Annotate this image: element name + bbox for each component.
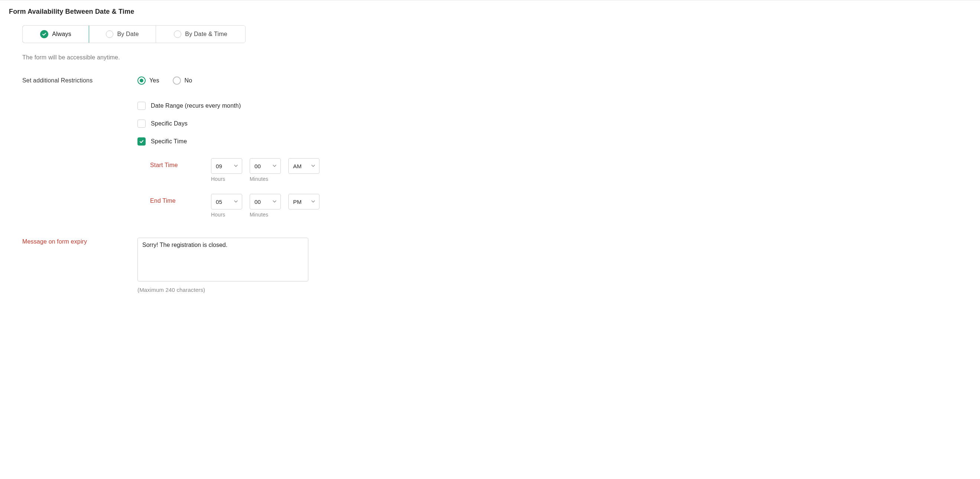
end-hours-sublabel: Hours: [211, 212, 242, 217]
end-period-value: PM: [293, 199, 302, 205]
availability-tab-group: Always By Date By Date & Time: [22, 25, 245, 43]
check-circle-icon: [40, 30, 48, 38]
radio-icon: [173, 76, 181, 85]
end-hour-select[interactable]: 05: [211, 194, 242, 209]
checkbox-specific-time[interactable]: [137, 137, 146, 146]
start-time-row: Start Time 09 Hours: [150, 158, 971, 182]
start-minute-select[interactable]: 00: [250, 158, 281, 174]
tab-always[interactable]: Always: [22, 25, 89, 43]
chevron-down-icon: [311, 199, 315, 205]
chevron-down-icon: [311, 163, 315, 169]
end-hour-value: 05: [216, 199, 222, 205]
checkbox-date-range-label: Date Range (recurs every month): [151, 103, 241, 109]
chevron-down-icon: [234, 163, 238, 169]
start-hour-select[interactable]: 09: [211, 158, 242, 174]
specific-time-block: Start Time 09 Hours: [137, 158, 971, 217]
radio-selected-icon: [137, 76, 146, 85]
checkbox-specific-time-row: Specific Time: [137, 137, 971, 146]
checkbox-specific-days[interactable]: [137, 120, 146, 128]
tab-always-label: Always: [52, 31, 71, 38]
restrictions-control: Yes No Date Range (recurs every month): [137, 76, 971, 217]
tab-by-date-label: By Date: [117, 31, 138, 38]
expiry-message-row: Message on form expiry (Maximum 240 char…: [22, 238, 971, 293]
restrictions-radio-yes[interactable]: Yes: [137, 76, 159, 85]
checkbox-date-range-row: Date Range (recurs every month): [137, 102, 971, 110]
end-period-select[interactable]: PM: [288, 194, 320, 209]
radio-yes-label: Yes: [150, 77, 159, 84]
start-time-label: Start Time: [150, 158, 211, 168]
checkbox-date-range[interactable]: [137, 102, 146, 110]
checkbox-specific-time-label: Specific Time: [151, 138, 187, 145]
end-minute-select[interactable]: 00: [250, 194, 281, 209]
start-period-select[interactable]: AM: [288, 158, 320, 174]
end-time-row: End Time 05 Hours: [150, 194, 971, 217]
start-period-value: AM: [293, 163, 302, 169]
tab-by-date[interactable]: By Date: [89, 25, 156, 43]
radio-icon: [106, 30, 113, 38]
tab-by-date-time-label: By Date & Time: [185, 31, 227, 38]
checkbox-specific-days-label: Specific Days: [151, 120, 188, 127]
expiry-message-label: Message on form expiry: [22, 238, 137, 245]
end-time-label: End Time: [150, 194, 211, 204]
chevron-down-icon: [272, 199, 277, 205]
start-hours-sublabel: Hours: [211, 176, 242, 182]
chevron-down-icon: [234, 199, 238, 205]
section-title: Form Availability Between Date & Time: [9, 8, 971, 16]
restrictions-radio-no[interactable]: No: [173, 76, 192, 85]
restrictions-label: Set additional Restrictions: [22, 76, 137, 84]
radio-no-label: No: [185, 77, 192, 84]
end-minute-value: 00: [255, 199, 261, 205]
checkbox-specific-days-row: Specific Days: [137, 120, 971, 128]
chevron-down-icon: [272, 163, 277, 169]
tab-by-date-time[interactable]: By Date & Time: [156, 25, 245, 43]
end-minutes-sublabel: Minutes: [250, 212, 281, 217]
start-minute-value: 00: [255, 163, 261, 169]
availability-description: The form will be accessible anytime.: [22, 54, 971, 61]
start-minutes-sublabel: Minutes: [250, 176, 281, 182]
expiry-message-input[interactable]: [137, 238, 308, 281]
expiry-message-helper: (Maximum 240 characters): [137, 287, 971, 293]
start-hour-value: 09: [216, 163, 222, 169]
section-body: Always By Date By Date & Time The form w…: [9, 25, 971, 293]
form-availability-panel: Form Availability Between Date & Time Al…: [0, 0, 980, 318]
restrictions-row: Set additional Restrictions Yes No: [22, 76, 971, 217]
radio-icon: [174, 30, 181, 38]
